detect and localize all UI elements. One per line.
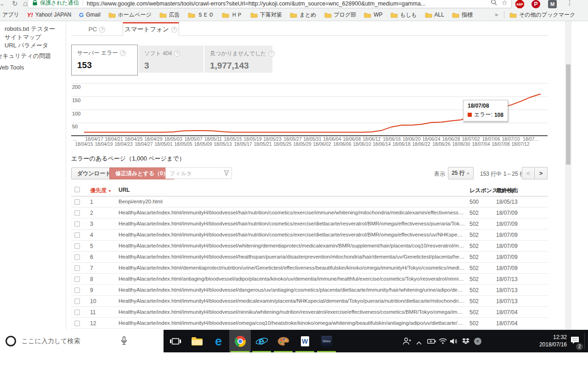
bookmark-item[interactable]: ＳＥＯ [188, 11, 214, 19]
scrollbar-thumb[interactable] [566, 64, 571, 165]
bookmark-item[interactable]: WP [364, 12, 382, 18]
home-icon[interactable]: ⌂ [23, 0, 28, 8]
url-cell[interactable]: HealthyAlacarte/index.html/immunityH/blo… [119, 298, 465, 304]
prev-page-button[interactable]: < [522, 167, 535, 179]
row-checkbox[interactable] [74, 254, 80, 260]
error-tab-not-found[interactable]: 見つかりませんでした 1,977,143 [204, 46, 272, 73]
table-row[interactable]: 1Benpi/entry20.html50018/05/13 [71, 196, 548, 207]
url-cell[interactable]: HealthyAlacarte/index.html/immunityH/blo… [119, 287, 465, 293]
url-cell[interactable]: HealthyAlacarte/index.html/immunityH/blo… [119, 309, 465, 315]
table-row[interactable]: 11HealthyAlacarte/index.html/immunityH/b… [71, 307, 548, 318]
paint-button[interactable] [272, 330, 294, 352]
table-row[interactable]: 10HealthyAlacarte/index.html/immunityH/b… [71, 296, 548, 307]
bookmark-item[interactable]: Y!Yahoo! JAPAN [27, 12, 71, 18]
tab-pc[interactable]: PC [71, 23, 123, 35]
error-tab-soft-404[interactable]: ソフト 404 3 [139, 46, 204, 73]
chrome-button[interactable] [229, 330, 251, 352]
taskbar-clock[interactable]: 12:32 2018/07/16 [527, 334, 567, 348]
help-icon[interactable] [269, 51, 275, 57]
url-cell[interactable]: HealthyAlacarte/index.html/dementiaprote… [119, 265, 465, 270]
row-checkbox[interactable] [74, 199, 80, 205]
taskbar-search-input[interactable] [22, 336, 113, 346]
forward-icon[interactable]: → [0, 0, 5, 7]
microphone-icon[interactable] [121, 336, 127, 347]
bookmark-item[interactable]: GGmail [79, 12, 100, 18]
table-row[interactable]: 3HealthyAlacarte/index.html/immunityH/bl… [71, 218, 548, 230]
row-checkbox[interactable] [74, 210, 80, 216]
sidebar-item-robots-tester[interactable]: robots.txt テスター [5, 25, 55, 33]
bookmark-star-icon[interactable]: ☆ [502, 0, 508, 7]
url-cell[interactable]: Benpi/entry20.html [119, 199, 465, 204]
bookmarks-overflow-chevron[interactable]: » [495, 11, 498, 18]
url-cell[interactable]: HealthyAlacarte/index.html/immunityH/blo… [119, 210, 465, 215]
column-header-priority[interactable]: 優先度▼ [90, 187, 112, 195]
help-icon[interactable] [99, 27, 105, 33]
tray-expand-chevron-icon[interactable] [416, 339, 422, 346]
sidebar-item-security-issues[interactable]: セキュリティの問題 [0, 52, 51, 60]
people-tray-icon[interactable] [402, 337, 412, 347]
address-bar[interactable]: 保護された通信 https://www.google.com/webmaster… [28, 0, 512, 8]
bookmark-item[interactable]: まとめ [290, 11, 317, 19]
bookmark-item[interactable]: ホームページ [108, 11, 152, 19]
url-cell[interactable]: HealthyAlacarte/index.html/immunityH/blo… [119, 254, 465, 259]
next-page-button[interactable]: > [535, 167, 548, 179]
url-text[interactable]: https://www.google.com/webmasters/tools/… [87, 0, 486, 7]
row-checkbox[interactable] [74, 288, 80, 293]
task-view-button[interactable] [164, 330, 186, 352]
word-button[interactable]: W [294, 330, 316, 352]
adblock-extension-icon[interactable]: ABP [515, 0, 524, 8]
url-cell[interactable]: HealthyAlacarte/index.html/immunityH/blo… [119, 232, 465, 237]
table-row[interactable]: 8HealthyAlacarte/index.html/antiaging/bl… [71, 274, 548, 285]
bookmark-item[interactable]: もしも [390, 11, 417, 19]
row-checkbox[interactable] [74, 321, 80, 326]
error-tab-server-errors[interactable]: サーバー エラー 153 [71, 45, 138, 75]
row-checkbox[interactable] [74, 276, 80, 282]
sidebar-item-sitemap[interactable]: サイトマップ [5, 33, 41, 41]
table-row[interactable]: 12HealthyAlacarte/index.html/immunityH/b… [71, 318, 548, 329]
row-checkbox[interactable] [74, 299, 80, 304]
mail-extension-icon[interactable]: M [548, 0, 557, 8]
row-checkbox[interactable] [74, 310, 80, 315]
reload-icon[interactable]: ↻ [12, 0, 18, 8]
battery-tray-icon[interactable] [427, 338, 436, 346]
table-row[interactable]: 7HealthyAlacarte/index.html/dementiaprot… [71, 263, 548, 274]
row-checkbox[interactable] [74, 243, 80, 249]
table-row[interactable]: 2HealthyAlacarte/index.html/immunityH/bl… [71, 207, 548, 218]
mark-fixed-button[interactable]: 修正済みとする（0） [109, 167, 175, 179]
table-row[interactable]: 5HealthyAlacarte/index.html/immunityH/bl… [71, 241, 548, 252]
bookmark-item[interactable]: ＨＰ [222, 11, 243, 19]
bookmark-item[interactable]: 指標 [452, 11, 473, 19]
sidebar-item-url-parameters[interactable]: URL パラメータ [5, 41, 48, 50]
table-row[interactable]: 4HealthyAlacarte/index.html/immunityH/bl… [71, 230, 548, 241]
bookmark-item[interactable]: ALL [425, 12, 444, 18]
help-icon[interactable] [174, 51, 180, 57]
pinterest-extension-icon[interactable]: P [531, 0, 540, 8]
edge-button[interactable]: e [208, 330, 229, 352]
sidebar-item-web-tools[interactable]: Web Tools [0, 64, 24, 71]
file-explorer-button[interactable] [186, 330, 208, 352]
url-cell[interactable]: HealthyAlacarte/index.html/antiaging/blo… [119, 276, 465, 282]
other-bookmarks-button[interactable]: その他のブックマーク [509, 9, 575, 21]
bookmark-item[interactable]: アプリ [2, 11, 19, 19]
rows-per-page-dropdown[interactable]: 25 行▼ [448, 167, 474, 179]
wifi-tray-icon[interactable] [438, 338, 447, 346]
volume-tray-icon[interactable] [450, 338, 458, 346]
internet-explorer-button[interactable]: e [251, 330, 272, 352]
url-cell[interactable]: HealthyAlacarte/index.html/immunityH/blo… [119, 243, 465, 248]
filter-input[interactable] [165, 167, 232, 179]
secure-badge[interactable]: 保護された通信 [40, 0, 79, 7]
help-icon[interactable] [120, 50, 126, 56]
bookmark-item[interactable]: 下落対策 [250, 11, 282, 19]
bookmark-item[interactable]: ブログ部 [324, 11, 356, 19]
help-icon[interactable] [171, 27, 177, 33]
onedrive-paused-tray-icon[interactable]: ✕ [474, 338, 481, 345]
table-row[interactable]: 6HealthyAlacarte/index.html/immunityH/bl… [71, 252, 548, 263]
browser-menu-icon[interactable]: ⋮ [566, 0, 573, 6]
select-all-checkbox[interactable] [74, 187, 80, 192]
sirius-button[interactable]: Sirius [316, 330, 337, 352]
dropbox-tray-icon[interactable] [462, 338, 469, 346]
search-icon[interactable] [491, 0, 497, 7]
taskbar-search-box[interactable] [0, 330, 164, 352]
cortana-icon[interactable] [6, 336, 16, 346]
row-checkbox[interactable] [74, 221, 80, 227]
